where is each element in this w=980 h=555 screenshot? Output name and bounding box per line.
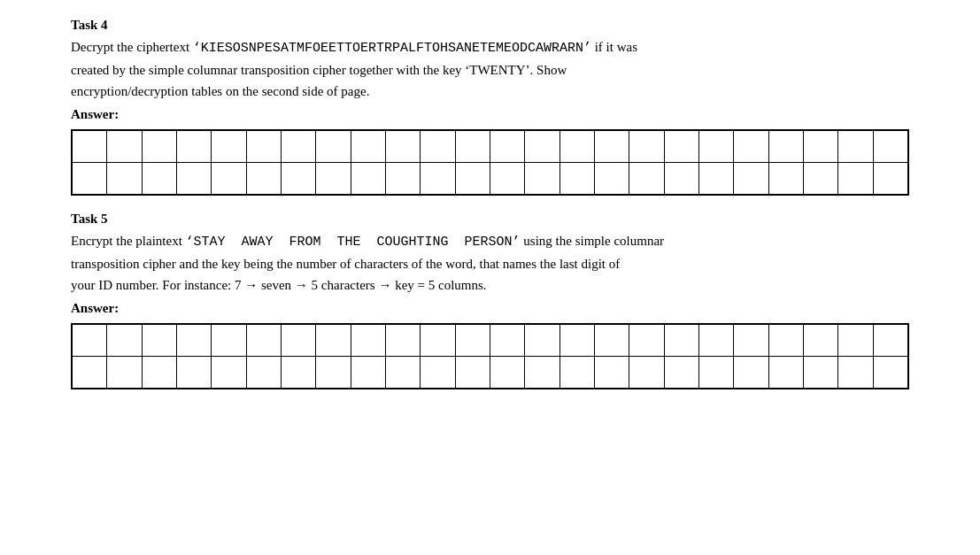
- task4-line2: created by the simple columnar transposi…: [71, 63, 567, 77]
- grid-cell: [664, 325, 698, 357]
- grid-cell: [455, 325, 490, 357]
- grid-cell: [385, 357, 420, 389]
- task5-section: Task 5 Encrypt the plaintext ‘STAY AWAY …: [71, 212, 909, 389]
- grid-cell: [212, 131, 246, 163]
- grid-cell: [212, 163, 246, 195]
- grid-cell: [212, 357, 246, 389]
- grid-cell: [351, 131, 385, 163]
- grid-cell: [212, 325, 246, 357]
- grid-cell: [629, 163, 664, 195]
- grid-cell: [768, 357, 803, 389]
- grid-cell: [629, 325, 664, 357]
- grid-cell: [246, 131, 281, 163]
- grid-cell: [803, 131, 837, 163]
- grid-cell: [873, 163, 907, 195]
- task4-answer-label: Answer:: [71, 107, 909, 122]
- grid-cell: [281, 325, 315, 357]
- task5-grid: [72, 324, 908, 389]
- grid-cell: [351, 325, 385, 357]
- grid-cell: [698, 357, 733, 389]
- task4-title: Task 4: [71, 18, 909, 33]
- grid-cell: [385, 325, 420, 357]
- task5-line2: transposition cipher and the key being t…: [71, 257, 620, 271]
- grid-cell: [385, 163, 420, 195]
- grid-cell: [176, 357, 211, 389]
- grid-cell: [281, 357, 315, 389]
- grid-cell: [838, 357, 873, 389]
- grid-cell: [873, 131, 907, 163]
- grid-cell: [629, 357, 664, 389]
- grid-cell: [455, 163, 490, 195]
- grid-cell: [768, 131, 803, 163]
- task4-line3: encryption/decryption tables on the seco…: [71, 84, 369, 98]
- grid-cell: [73, 325, 107, 357]
- grid-cell: [803, 325, 837, 357]
- grid-cell: [768, 163, 803, 195]
- grid-cell: [421, 131, 455, 163]
- grid-cell: [525, 131, 559, 163]
- grid-cell: [107, 357, 142, 389]
- grid-cell: [142, 163, 176, 195]
- grid-cell: [351, 163, 385, 195]
- task4-grid-wrapper: [71, 129, 909, 196]
- grid-cell: [246, 163, 281, 195]
- grid-cell: [316, 163, 351, 195]
- grid-cell: [803, 163, 837, 195]
- grid-cell: [246, 357, 281, 389]
- grid-cell: [455, 131, 490, 163]
- grid-cell: [734, 163, 768, 195]
- grid-cell: [176, 131, 211, 163]
- grid-cell: [525, 163, 559, 195]
- grid-cell: [664, 131, 698, 163]
- table-row: [73, 163, 908, 195]
- grid-cell: [525, 357, 559, 389]
- grid-cell: [490, 325, 524, 357]
- grid-cell: [594, 357, 629, 389]
- grid-cell: [525, 325, 559, 357]
- grid-cell: [490, 357, 524, 389]
- grid-cell: [594, 163, 629, 195]
- grid-cell: [559, 131, 594, 163]
- grid-cell: [351, 357, 385, 389]
- grid-cell: [246, 325, 281, 357]
- grid-cell: [698, 131, 733, 163]
- table-row: [73, 325, 908, 357]
- task5-line1: Encrypt the plaintext ‘STAY AWAY FROM TH…: [71, 234, 664, 248]
- table-row: [73, 357, 908, 389]
- grid-cell: [594, 325, 629, 357]
- task5-plaintext: ‘STAY AWAY FROM THE COUGHTING PERSON’: [186, 235, 521, 250]
- task5-title: Task 5: [71, 212, 909, 227]
- grid-cell: [73, 163, 107, 195]
- grid-cell: [803, 357, 837, 389]
- task5-line3: your ID number. For instance: 7 → seven …: [71, 278, 487, 292]
- grid-cell: [838, 163, 873, 195]
- grid-cell: [73, 357, 107, 389]
- grid-cell: [838, 131, 873, 163]
- grid-cell: [629, 131, 664, 163]
- grid-cell: [421, 325, 455, 357]
- task5-grid-wrapper: [71, 323, 909, 389]
- grid-cell: [768, 325, 803, 357]
- grid-cell: [421, 357, 455, 389]
- grid-cell: [107, 131, 142, 163]
- grid-cell: [698, 325, 733, 357]
- grid-cell: [490, 163, 524, 195]
- grid-cell: [142, 357, 176, 389]
- grid-cell: [873, 325, 907, 357]
- grid-cell: [559, 325, 594, 357]
- task4-body: Decrypt the ciphertext ‘KIESOSNPESATMFOE…: [71, 36, 909, 102]
- grid-cell: [490, 131, 524, 163]
- task5-body: Encrypt the plaintext ‘STAY AWAY FROM TH…: [71, 230, 909, 296]
- grid-cell: [176, 325, 211, 357]
- task4-section: Task 4 Decrypt the ciphertext ‘KIESOSNPE…: [71, 18, 909, 196]
- grid-cell: [73, 131, 107, 163]
- grid-cell: [455, 357, 490, 389]
- grid-cell: [594, 131, 629, 163]
- grid-cell: [316, 325, 351, 357]
- grid-cell: [664, 163, 698, 195]
- task4-grid: [72, 130, 908, 195]
- grid-cell: [664, 357, 698, 389]
- grid-cell: [316, 131, 351, 163]
- grid-cell: [107, 325, 142, 357]
- task5-answer-label: Answer:: [71, 301, 909, 316]
